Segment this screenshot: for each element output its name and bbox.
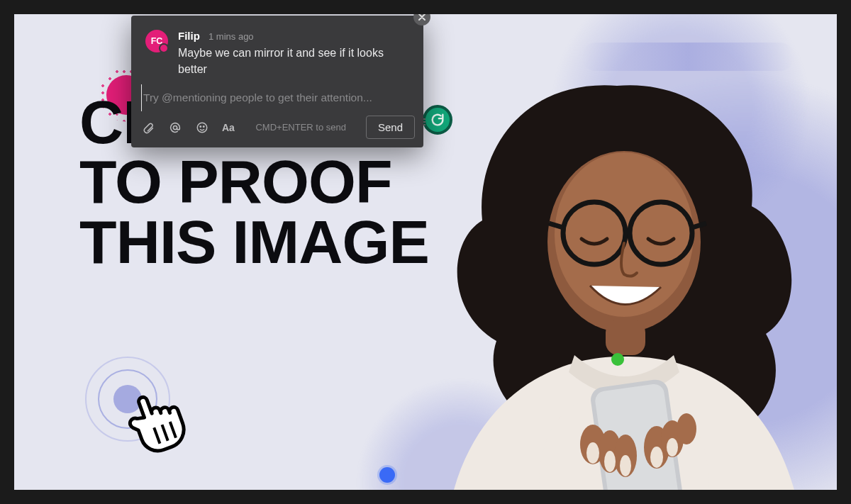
proofing-canvas[interactable]: CL TO PROOF THIS IMAGE FC	[14, 14, 837, 490]
headline-line: TO PROOF	[79, 147, 392, 215]
comment-toolbar: Aa CMD+ENTER to send Send	[131, 111, 423, 147]
text-format-icon[interactable]: Aa	[222, 121, 235, 135]
svg-point-24	[204, 126, 205, 128]
grammarly-badge-icon[interactable]	[423, 105, 452, 135]
svg-point-17	[667, 438, 678, 457]
attachment-icon[interactable]	[141, 121, 155, 135]
annotation-marker[interactable]	[611, 353, 624, 366]
svg-point-16	[650, 447, 663, 468]
send-shortcut-hint: CMD+ENTER to send	[255, 122, 346, 133]
svg-point-15	[620, 455, 631, 476]
mention-icon[interactable]	[168, 121, 182, 135]
svg-point-14	[604, 451, 616, 472]
hero-person-illustration	[397, 50, 837, 490]
svg-point-23	[200, 126, 201, 128]
pointer-cursor-icon	[122, 385, 193, 456]
comment-message: Maybe we can mirror it and see if it loo…	[178, 45, 409, 77]
comment-popover: FC Filip 1 mins ago Maybe we can mirror …	[131, 16, 423, 147]
svg-rect-4	[606, 320, 645, 355]
svg-point-13	[586, 442, 599, 464]
comment-reply-input[interactable]	[141, 84, 413, 111]
emoji-icon[interactable]	[195, 121, 209, 135]
close-icon	[418, 14, 426, 21]
avatar-initials: FC	[151, 36, 163, 46]
comment-timestamp: 1 mins ago	[208, 31, 254, 42]
comment-author-name: Filip	[178, 30, 200, 42]
send-button[interactable]: Send	[366, 116, 415, 139]
svg-point-12	[677, 413, 696, 444]
svg-point-21	[173, 125, 177, 129]
annotation-marker[interactable]	[379, 467, 395, 483]
svg-point-22	[197, 123, 207, 133]
headline-line: THIS IMAGE	[79, 208, 429, 276]
comment-author-avatar: FC	[145, 30, 168, 52]
